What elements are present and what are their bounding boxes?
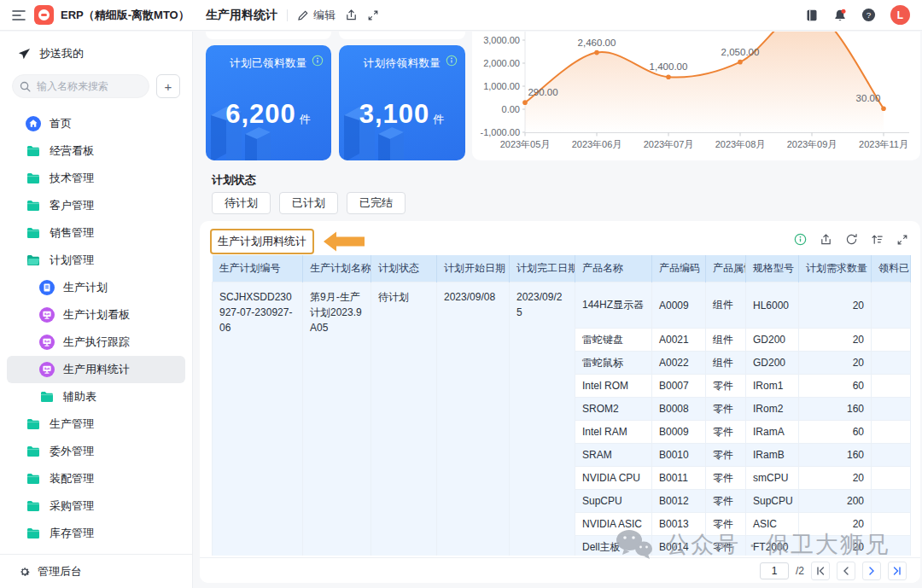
cc-to-me-item[interactable]: 抄送我的 (18, 46, 192, 61)
sidebar-item-label: 技术管理 (50, 171, 94, 186)
info-icon[interactable] (312, 55, 324, 70)
product-name-cell: SROM2 (575, 398, 652, 421)
spec-model-cell: IRamB (746, 444, 799, 467)
sidebar-item-label: 生产计划看板 (63, 307, 130, 323)
sort-settings-icon[interactable] (871, 233, 884, 246)
column-header: 生产计划编号 (213, 255, 303, 282)
product-attr-cell: 零件 (706, 467, 746, 490)
edit-button[interactable]: 编辑 (297, 8, 336, 23)
required-qty-cell: 60 (799, 375, 872, 398)
sidebar-item-生产用料统计[interactable]: 生产用料统计 (7, 356, 185, 383)
product-attr-cell: 组件 (706, 329, 746, 352)
sidebar-item-label: 生产计划 (63, 280, 108, 295)
product-name-cell: 雷蛇鼠标 (575, 352, 652, 375)
manual-book-icon[interactable] (805, 9, 819, 22)
sidebar-item-销售管理[interactable]: 销售管理 (7, 219, 185, 247)
product-code-cell: B0009 (652, 421, 706, 444)
issued-qty-cell (872, 536, 911, 556)
topbar-left: ERP（精细版-离散MTO） (0, 5, 195, 25)
refresh-icon[interactable] (845, 233, 858, 246)
search-input[interactable] (12, 74, 149, 98)
page-input[interactable]: 1 (760, 562, 789, 579)
product-name-cell: 144HZ显示器 (575, 282, 652, 329)
folder-icon (26, 143, 41, 159)
sidebar-nav: 首页经营看板技术管理客户管理销售管理计划管理生产计划生产计划看板生产执行跟踪生产… (0, 107, 192, 554)
topbar-right: ? L (805, 5, 910, 25)
fullscreen-icon[interactable] (367, 9, 379, 21)
sidebar-item-首页[interactable]: 首页 (7, 110, 185, 137)
folder-icon (26, 416, 41, 432)
last-page-button[interactable] (888, 562, 907, 580)
svg-text:?: ? (867, 10, 872, 20)
issued-qty-cell (872, 375, 911, 398)
sidebar-item-label: 销售管理 (50, 225, 94, 241)
svg-text:2023年06月: 2023年06月 (572, 139, 622, 149)
expand-icon[interactable] (896, 234, 908, 246)
spec-model-cell: IRamA (746, 421, 799, 444)
sidebar-item-生产计划看板[interactable]: 生产计划看板 (7, 301, 185, 329)
required-qty-cell: 200 (799, 490, 872, 513)
add-button[interactable]: + (156, 74, 180, 98)
required-qty-cell: 20 (799, 467, 872, 490)
sidebar-item-经营看板[interactable]: 经营看板 (7, 137, 185, 165)
spec-model-cell: IRom1 (746, 375, 799, 398)
sidebar-item-财务管理[interactable]: 财务管理 (7, 547, 185, 554)
product-code-cell: B0011 (652, 467, 706, 490)
product-code-cell: A0022 (652, 352, 706, 375)
folder-icon (39, 389, 55, 405)
info-icon[interactable] (794, 233, 807, 246)
sidebar-item-库存管理[interactable]: 库存管理 (7, 520, 185, 547)
filter-button-已计划[interactable]: 已计划 (279, 192, 338, 214)
sidebar-item-辅助表[interactable]: 辅助表 (7, 383, 185, 410)
first-page-button[interactable] (811, 562, 830, 580)
svg-text:2,050.00: 2,050.00 (721, 47, 760, 57)
material-line-chart: 3,000.002,000.001,000.000.00-1,000.00202… (472, 32, 920, 160)
prev-page-button[interactable] (837, 562, 855, 580)
sidebar-item-label: 委外管理 (50, 444, 94, 459)
column-header: 计划开始日期 (437, 255, 510, 282)
product-name-cell: 雷蛇键盘 (575, 329, 652, 352)
share-export-icon[interactable] (345, 9, 358, 21)
avatar[interactable]: L (890, 5, 910, 25)
filter-button-已完结[interactable]: 已完结 (347, 192, 406, 214)
sidebar-item-label: 首页 (50, 116, 72, 131)
export-icon[interactable] (820, 233, 832, 246)
column-header: 规格型号 (746, 255, 799, 282)
column-header: 产品编码 (652, 255, 706, 282)
sidebar-item-生产管理[interactable]: 生产管理 (7, 410, 185, 438)
svg-text:1,000.00: 1,000.00 (483, 81, 520, 91)
plan-name-cell: 第9月-生产计划2023.9A05 (303, 282, 371, 556)
sidebar-item-采购管理[interactable]: 采购管理 (7, 492, 185, 520)
product-attr-cell: 零件 (706, 490, 746, 513)
svg-text:2,460.00: 2,460.00 (578, 38, 616, 48)
divider (287, 9, 288, 21)
product-name-cell: NVIDIA CPU (575, 467, 652, 490)
column-header: 计划状态 (371, 255, 437, 282)
filter-button-待计划[interactable]: 待计划 (212, 192, 271, 214)
product-code-cell: B0007 (652, 375, 706, 398)
spec-model-cell: GD200 (746, 352, 799, 375)
sidebar-item-计划管理[interactable]: 计划管理 (7, 247, 185, 274)
board-icon (39, 307, 55, 323)
product-code-cell: B0012 (652, 490, 706, 513)
sidebar-item-委外管理[interactable]: 委外管理 (7, 438, 185, 465)
sidebar-item-客户管理[interactable]: 客户管理 (7, 192, 185, 219)
collapse-sidebar-icon[interactable] (12, 9, 26, 21)
sidebar-item-生产计划[interactable]: 生产计划 (7, 274, 185, 301)
help-icon[interactable]: ? (861, 8, 876, 22)
sidebar-item-技术管理[interactable]: 技术管理 (7, 165, 185, 192)
home-icon (26, 116, 41, 131)
spec-model-cell: ASIC (746, 513, 799, 536)
folder-icon (26, 225, 41, 241)
board-icon (39, 335, 55, 350)
notification-bell-icon[interactable] (833, 9, 847, 22)
admin-backend-item[interactable]: 管理后台 (0, 554, 192, 588)
sidebar-item-装配管理[interactable]: 装配管理 (7, 465, 185, 492)
sidebar-item-生产执行跟踪[interactable]: 生产执行跟踪 (7, 329, 185, 356)
info-icon[interactable] (446, 55, 458, 70)
product-name-cell: SupCPU (575, 490, 652, 513)
send-icon (18, 48, 31, 61)
table-scroll-area[interactable]: 生产计划编号生产计划名称计划状态计划开始日期计划完工日期产品名称产品编码产品属性… (212, 255, 912, 556)
next-page-button[interactable] (862, 562, 881, 580)
required-qty-cell: 20 (799, 352, 872, 375)
